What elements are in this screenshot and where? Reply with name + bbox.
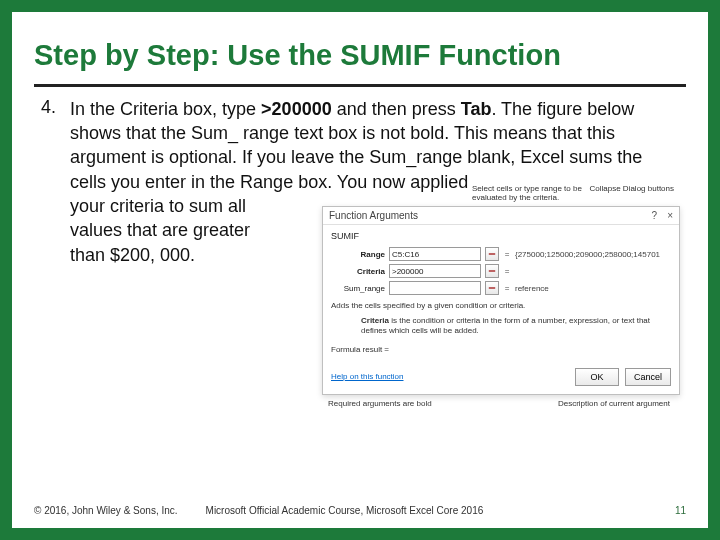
- cancel-button[interactable]: Cancel: [625, 368, 671, 386]
- footer-copyright: © 2016, John Wiley & Sons, Inc.: [34, 505, 178, 516]
- arg-label-sumrange: Sum_range: [331, 284, 385, 293]
- arg-result-sumrange: reference: [515, 284, 671, 293]
- dialog-title-text: Function Arguments: [329, 210, 418, 221]
- equals-icon: =: [503, 250, 511, 259]
- step-number: 4.: [34, 97, 56, 267]
- svg-rect-0: [489, 254, 495, 256]
- arg-row-range: Range = {275000;125000;209000;258000;145…: [331, 247, 671, 261]
- callout-collapse: Collapse Dialog buttons: [582, 185, 680, 203]
- collapse-icon[interactable]: [485, 281, 499, 295]
- arg-row-sumrange: Sum_range = reference: [331, 281, 671, 295]
- body: 4. In the Criteria box, type >200000 and…: [12, 87, 708, 505]
- collapse-icon[interactable]: [485, 264, 499, 278]
- svg-rect-1: [489, 271, 495, 273]
- help-icon[interactable]: ?: [652, 210, 658, 221]
- slide-footer: © 2016, John Wiley & Sons, Inc. Microsof…: [12, 505, 708, 528]
- function-name: SUMIF: [331, 231, 671, 241]
- function-arguments-dialog: Function Arguments ? × SUMIF Range: [322, 206, 680, 394]
- step-text-mid: and then press: [332, 99, 461, 119]
- close-icon[interactable]: ×: [667, 210, 673, 221]
- argument-description: Criteria is the condition or criteria in…: [331, 316, 671, 337]
- slide-frame: Step by Step: Use the SUMIF Function 4. …: [0, 0, 720, 540]
- callout-required-bold: Required arguments are bold: [322, 399, 462, 408]
- equals-icon: =: [503, 284, 511, 293]
- arg-result-range: {275000;125000;209000;258000;145701: [515, 250, 671, 259]
- arg-label-range: Range: [331, 250, 385, 259]
- dialog-titlebar: Function Arguments ? ×: [323, 207, 679, 225]
- dialog-body: SUMIF Range = {275000;125000;209000;2580…: [323, 225, 679, 361]
- step-text-pre: In the Criteria box, type: [70, 99, 261, 119]
- description-block: Adds the cells specified by a given cond…: [331, 301, 671, 336]
- equals-icon: =: [503, 267, 511, 276]
- arg-label-criteria: Criteria: [331, 267, 385, 276]
- range-input[interactable]: [389, 247, 481, 261]
- bottom-callouts: Required arguments are bold Description …: [322, 399, 680, 408]
- footer-course: Microsoft Official Academic Course, Micr…: [206, 505, 675, 516]
- arg-desc-label: Criteria: [361, 316, 389, 325]
- svg-rect-2: [489, 288, 495, 290]
- callout-top-left: [322, 185, 472, 203]
- function-description: Adds the cells specified by a given cond…: [331, 301, 671, 311]
- callout-select-range: Select cells or type range to be evaluat…: [472, 185, 582, 203]
- arg-row-criteria: Criteria =: [331, 264, 671, 278]
- footer-page: 11: [675, 505, 686, 516]
- collapse-icon[interactable]: [485, 247, 499, 261]
- dialog-footer: Help on this function OK Cancel: [323, 362, 679, 394]
- title-block: Step by Step: Use the SUMIF Function: [12, 12, 708, 78]
- page-title: Step by Step: Use the SUMIF Function: [34, 40, 686, 72]
- arg-desc-text: is the condition or criteria in the form…: [361, 316, 650, 335]
- step-short-lines: your criteria to sum all values that are…: [70, 194, 290, 267]
- top-callouts: Select cells or type range to be evaluat…: [322, 185, 680, 203]
- step-bold-tab: Tab: [461, 99, 492, 119]
- callout-arg-description: Description of current argument: [462, 399, 680, 408]
- help-link[interactable]: Help on this function: [331, 372, 404, 381]
- dialog-figure: Select cells or type range to be evaluat…: [322, 185, 680, 408]
- step-bold-criteria: >200000: [261, 99, 332, 119]
- slide-content: Step by Step: Use the SUMIF Function 4. …: [12, 12, 708, 528]
- sumrange-input[interactable]: [389, 281, 481, 295]
- formula-result-label: Formula result =: [331, 345, 389, 354]
- ok-button[interactable]: OK: [575, 368, 619, 386]
- formula-result: Formula result =: [331, 345, 671, 354]
- criteria-input[interactable]: [389, 264, 481, 278]
